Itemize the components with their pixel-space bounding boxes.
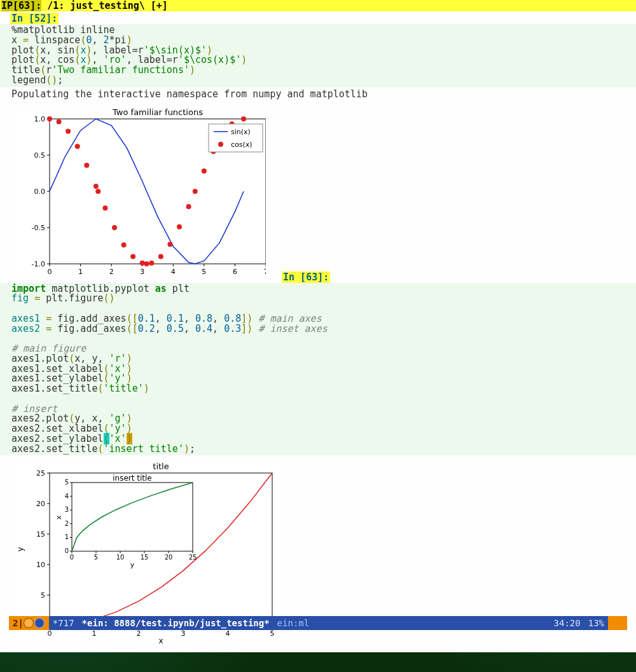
svg-text:10: 10 — [36, 561, 45, 569]
svg-text:y: y — [16, 547, 25, 552]
svg-text:5: 5 — [65, 479, 69, 486]
svg-point-45 — [186, 203, 191, 209]
cell-output-text-52: Populating the interactive namespace fro… — [0, 87, 636, 101]
tab-bar[interactable]: IP[63]: /1: just_testing\ [+] — [0, 0, 636, 11]
svg-point-43 — [167, 242, 172, 247]
cursor-position: 34:20 — [550, 616, 584, 630]
svg-text:0: 0 — [48, 268, 52, 276]
svg-point-44 — [177, 224, 182, 229]
svg-text:x: x — [55, 516, 63, 520]
svg-text:3: 3 — [140, 268, 144, 276]
svg-text:5: 5 — [270, 629, 275, 638]
svg-point-29 — [57, 119, 62, 124]
svg-rect-85 — [72, 483, 193, 551]
svg-text:4: 4 — [226, 629, 230, 638]
svg-text:1: 1 — [78, 268, 83, 276]
svg-text:title: title — [153, 462, 169, 471]
modified-indicator: * 717 — [49, 616, 78, 630]
plot-two-familiar-functions: Two familiar functions -1.0-0.50.00.51.0… — [11, 106, 266, 277]
svg-text:5: 5 — [41, 591, 45, 600]
svg-text:20: 20 — [165, 554, 173, 561]
svg-point-34 — [95, 189, 100, 194]
svg-point-35 — [102, 205, 107, 210]
svg-text:3: 3 — [181, 629, 186, 638]
svg-text:0: 0 — [70, 554, 74, 561]
svg-point-55 — [218, 142, 223, 147]
svg-text:0: 0 — [65, 547, 69, 554]
svg-text:0.0: 0.0 — [34, 188, 46, 196]
svg-text:3: 3 — [65, 506, 69, 513]
code-cell-63[interactable]: import matplotlib.pyplot as plt fig = pl… — [0, 283, 636, 456]
svg-text:6: 6 — [233, 268, 237, 276]
svg-text:25: 25 — [36, 469, 45, 477]
svg-text:-0.5: -0.5 — [32, 224, 45, 232]
svg-text:1.0: 1.0 — [34, 115, 46, 123]
buffer-name[interactable]: *ein: 8888/test.ipynb/just_testing* — [78, 616, 273, 630]
svg-text:cos(x): cos(x) — [231, 141, 252, 149]
svg-text:1: 1 — [65, 534, 69, 541]
svg-text:2: 2 — [109, 268, 114, 276]
svg-text:2: 2 — [65, 520, 69, 527]
svg-point-42 — [158, 254, 163, 259]
svg-text:15: 15 — [141, 554, 149, 561]
svg-text:insert title: insert title — [113, 474, 152, 483]
svg-point-46 — [193, 189, 198, 194]
svg-text:5: 5 — [94, 554, 98, 561]
svg-point-51 — [241, 116, 246, 121]
tab-label[interactable]: /1: just_testing\ — [41, 0, 151, 11]
svg-text:4: 4 — [65, 493, 69, 500]
code-cell-52[interactable]: %matplotlib inline x = linspace(0, 2*pi)… — [0, 24, 636, 87]
status-dot-icon — [34, 618, 45, 628]
svg-point-36 — [112, 225, 117, 230]
svg-text:y: y — [130, 561, 135, 569]
svg-point-38 — [130, 254, 135, 259]
modeline-end-cap — [608, 616, 627, 630]
cell-prompt-63[interactable]: In [63]: — [282, 271, 330, 283]
workspace-badge[interactable]: 2| — [9, 616, 49, 630]
svg-text:0.5: 0.5 — [34, 151, 46, 160]
svg-text:Two familiar functions: Two familiar functions — [112, 107, 203, 117]
modeline: 2| * 717 *ein: 8888/test.ipynb/just_test… — [9, 616, 627, 630]
svg-point-32 — [84, 162, 89, 167]
svg-text:10: 10 — [116, 554, 125, 561]
tab-prefix: IP[63]: — [1, 0, 41, 11]
svg-text:sin(x): sin(x) — [231, 128, 251, 136]
svg-text:5: 5 — [202, 268, 206, 276]
svg-text:15: 15 — [36, 530, 45, 538]
svg-point-47 — [202, 168, 207, 174]
svg-text:x: x — [158, 636, 163, 645]
major-mode: ein:ml — [273, 616, 314, 630]
svg-text:7: 7 — [264, 268, 266, 276]
svg-point-28 — [47, 116, 52, 121]
svg-point-31 — [75, 144, 80, 149]
svg-text:4: 4 — [171, 268, 176, 276]
tab-modified-indicator: [+] — [151, 0, 168, 11]
svg-point-41 — [149, 260, 154, 265]
svg-text:2: 2 — [137, 629, 141, 638]
svg-text:25: 25 — [189, 554, 197, 561]
svg-text:-1.0: -1.0 — [32, 260, 45, 268]
status-dot-icon — [24, 618, 34, 628]
svg-text:1: 1 — [92, 629, 97, 638]
svg-point-33 — [93, 184, 99, 189]
cell-prompt-52[interactable]: In [52]: — [10, 13, 59, 24]
svg-point-30 — [66, 128, 71, 134]
svg-point-37 — [121, 242, 127, 247]
svg-text:20: 20 — [36, 500, 45, 508]
svg-point-40 — [144, 261, 149, 266]
svg-point-39 — [140, 260, 145, 265]
emacs-frame: IP[63]: /1: just_testing\ [+] In [52]: %… — [0, 0, 636, 652]
scroll-percentage: 13% — [584, 616, 608, 630]
svg-text:0: 0 — [48, 629, 52, 638]
